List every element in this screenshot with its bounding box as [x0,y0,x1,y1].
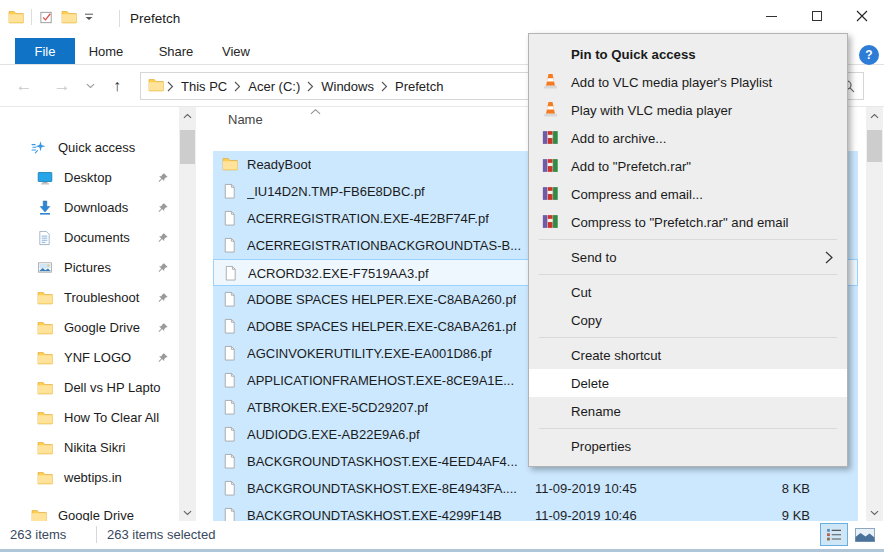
menu-item-delete[interactable]: Delete [529,369,847,397]
chevron-right-icon[interactable] [231,81,244,92]
winrar-icon [542,157,559,177]
pin-icon [157,352,169,367]
file-row[interactable]: BACKGROUNDTASKHOST.EXE-8E4943FA....11-09… [213,475,858,502]
tab-view[interactable]: View [212,38,260,64]
scroll-down-icon[interactable] [179,504,196,521]
tab-share[interactable]: Share [150,38,202,64]
maximize-button[interactable] [794,0,839,32]
checkbox-icon[interactable] [39,10,54,25]
file-icon [222,426,237,445]
sidebar-item-quick-access[interactable]: Quick access [0,133,178,163]
help-button[interactable]: ? [859,45,879,65]
file-icon [222,453,237,472]
menu-item-label: Send to [571,250,616,265]
menu-item-label: Play with VLC media player [571,103,732,118]
sidebar-item-webtips-in[interactable]: webtips.in [0,463,178,493]
file-name: ACRORD32.EXE-F7519AA3.pf [248,266,429,281]
vlc-icon [542,101,559,121]
sidebar-item-dell-vs-hp-lapto[interactable]: Dell vs HP Lapto [0,373,178,403]
chevron-right-icon[interactable] [164,81,177,92]
window-controls [749,0,884,32]
file-icon [222,291,237,310]
menu-item-label: Add to archive... [571,131,666,146]
winrar-icon [542,213,559,233]
menu-item-copy[interactable]: Copy [529,306,847,334]
sort-ascending-icon[interactable] [310,103,321,118]
scroll-up-icon[interactable] [179,107,196,124]
divider [119,10,120,27]
sidebar-item-ynf-logo[interactable]: YNF LOGO [0,343,178,373]
sidebar-item-nikita-sikri[interactable]: Nikita Sikri [0,433,178,463]
pin-icon [157,292,169,307]
minimize-button[interactable] [749,0,794,32]
tab-home[interactable]: Home [80,38,132,64]
list-scrollbar[interactable] [866,107,883,521]
menu-item-pin-to-quick-access[interactable]: Pin to Quick access [529,40,847,68]
scroll-down-icon[interactable] [866,504,883,521]
tab-file[interactable]: File [15,38,75,64]
sidebar-item-desktop[interactable]: Desktop [0,163,178,193]
menu-item-send-to[interactable]: Send to [529,243,847,271]
menu-separator [539,428,837,429]
sidebar-item-downloads[interactable]: Downloads [0,193,178,223]
forward-button[interactable]: → [48,65,76,107]
menu-item-add-to-prefetch-rar[interactable]: Add to "Prefetch.rar" [529,152,847,180]
details-view-button[interactable] [820,523,848,546]
chevron-right-icon[interactable] [304,81,317,92]
menu-separator [539,274,837,275]
scrollbar-thumb[interactable] [180,130,195,164]
menu-item-rename[interactable]: Rename [529,397,847,425]
downloads-icon [37,200,53,219]
menu-item-add-to-vlc-media-player-s-playlist[interactable]: Add to VLC media player's Playlist [529,68,847,96]
sidebar-item-troubleshoot[interactable]: Troubleshoot [0,283,178,313]
chevron-right-icon[interactable] [378,81,391,92]
up-button[interactable]: ↑ [104,65,130,107]
back-button[interactable]: ← [10,65,38,107]
menu-item-play-with-vlc-media-player[interactable]: Play with VLC media player [529,96,847,124]
menu-item-label: Compress and email... [571,187,703,202]
sidebar-scrollbar[interactable] [179,107,196,521]
menu-item-properties[interactable]: Properties [529,432,847,460]
file-size: 9 KB [782,508,810,521]
file-size: 8 KB [782,481,810,496]
folder-icon[interactable] [61,9,77,25]
file-date-modified: 11-09-2019 10:46 [535,508,637,521]
menu-item-compress-and-email[interactable]: Compress and email... [529,180,847,208]
column-header-name[interactable]: Name [228,112,263,127]
menu-item-add-to-archive[interactable]: Add to archive... [529,124,847,152]
pin-icon [157,202,169,217]
menu-item-create-shortcut[interactable]: Create shortcut [529,341,847,369]
scrollbar-thumb[interactable] [867,130,882,162]
file-date-modified: 11-09-2019 10:45 [535,481,637,496]
sidebar-item-label: Google Drive [64,320,140,335]
sidebar-item-google-drive[interactable]: Google Drive [0,501,178,521]
menu-item-cut[interactable]: Cut [529,278,847,306]
folder-icon[interactable] [8,9,24,25]
sidebar-item-google-drive[interactable]: Google Drive [0,313,178,343]
close-button[interactable] [839,0,884,32]
pin-icon [157,232,169,247]
qat-customize-icon[interactable] [84,13,94,22]
folder-icon [148,77,164,96]
file-icon [222,372,237,391]
file-name: APPLICATIONFRAMEHOST.EXE-8CE9A1E... [247,373,514,388]
sidebar-item-pictures[interactable]: Pictures [0,253,178,283]
recent-locations-dropdown[interactable] [82,65,98,107]
breadcrumb-item[interactable]: Acer (C:) [244,79,304,94]
folder-icon [31,508,47,521]
breadcrumb-item[interactable]: This PC [177,79,231,94]
file-name: AUDIODG.EXE-AB22E9A6.pf [247,427,420,442]
sidebar-item-how-to-clear-all[interactable]: How To Clear All [0,403,178,433]
breadcrumb-item[interactable]: Prefetch [391,79,447,94]
folder-icon [37,380,53,399]
sidebar-item-documents[interactable]: Documents [0,223,178,253]
breadcrumb-item[interactable]: Windows [317,79,378,94]
divider [31,9,32,25]
menu-item-compress-to-prefetch-rar-and-email[interactable]: Compress to "Prefetch.rar" and email [529,208,847,236]
pin-icon [157,262,169,277]
thumbnail-view-button[interactable] [851,523,879,546]
close-icon [856,10,868,22]
sidebar-item-label: Documents [64,230,130,245]
scroll-up-icon[interactable] [866,107,883,124]
file-row[interactable]: BACKGROUNDTASKHOST.EXE-4299F14B11-09-201… [213,502,858,521]
